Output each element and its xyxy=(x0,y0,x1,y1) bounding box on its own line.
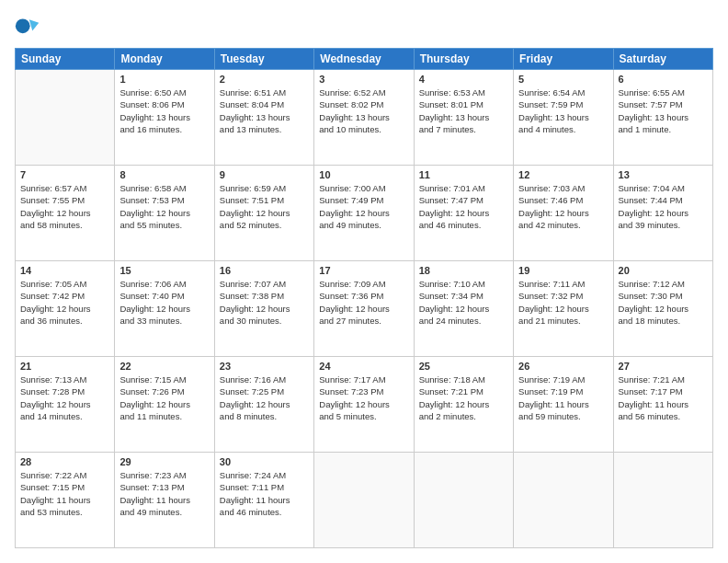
header xyxy=(15,15,713,40)
calendar-cell: 13Sunrise: 7:04 AM Sunset: 7:44 PM Dayli… xyxy=(613,166,712,261)
col-header-sunday: Sunday xyxy=(16,49,115,70)
calendar-cell: 19Sunrise: 7:11 AM Sunset: 7:32 PM Dayli… xyxy=(514,261,613,357)
calendar-cell: 12Sunrise: 7:03 AM Sunset: 7:46 PM Dayli… xyxy=(514,166,613,261)
day-number: 26 xyxy=(518,361,608,372)
day-info: Sunrise: 7:09 AM Sunset: 7:36 PM Dayligh… xyxy=(319,278,408,327)
calendar-cell: 22Sunrise: 7:15 AM Sunset: 7:26 PM Dayli… xyxy=(115,357,214,453)
calendar-cell: 30Sunrise: 7:24 AM Sunset: 7:11 PM Dayli… xyxy=(214,453,313,548)
day-info: Sunrise: 7:22 AM Sunset: 7:15 PM Dayligh… xyxy=(20,469,109,518)
day-number: 30 xyxy=(220,456,309,467)
day-number: 10 xyxy=(319,169,408,180)
day-info: Sunrise: 7:24 AM Sunset: 7:11 PM Dayligh… xyxy=(220,469,309,518)
calendar-cell: 3Sunrise: 6:52 AM Sunset: 8:02 PM Daylig… xyxy=(314,70,414,166)
day-number: 1 xyxy=(119,74,209,85)
col-header-thursday: Thursday xyxy=(414,49,513,70)
day-number: 8 xyxy=(119,169,209,180)
calendar-cell: 1Sunrise: 6:50 AM Sunset: 8:06 PM Daylig… xyxy=(115,70,214,166)
day-number: 18 xyxy=(419,265,508,276)
calendar-cell xyxy=(414,453,513,548)
day-info: Sunrise: 7:06 AM Sunset: 7:40 PM Dayligh… xyxy=(119,278,209,327)
calendar-table: SundayMondayTuesdayWednesdayThursdayFrid… xyxy=(15,48,713,548)
calendar-cell: 20Sunrise: 7:12 AM Sunset: 7:30 PM Dayli… xyxy=(613,261,712,357)
day-number: 20 xyxy=(619,265,708,276)
calendar-cell xyxy=(613,453,712,548)
logo-icon xyxy=(15,15,40,40)
day-info: Sunrise: 7:11 AM Sunset: 7:32 PM Dayligh… xyxy=(518,278,608,327)
day-info: Sunrise: 7:03 AM Sunset: 7:46 PM Dayligh… xyxy=(518,182,608,231)
svg-point-0 xyxy=(16,18,30,33)
calendar-cell xyxy=(16,70,115,166)
day-info: Sunrise: 6:58 AM Sunset: 7:53 PM Dayligh… xyxy=(119,182,209,231)
calendar-cell: 14Sunrise: 7:05 AM Sunset: 7:42 PM Dayli… xyxy=(16,261,115,357)
day-info: Sunrise: 7:10 AM Sunset: 7:34 PM Dayligh… xyxy=(419,278,508,327)
day-info: Sunrise: 7:21 AM Sunset: 7:17 PM Dayligh… xyxy=(619,373,708,422)
day-info: Sunrise: 7:16 AM Sunset: 7:25 PM Dayligh… xyxy=(220,373,309,422)
day-info: Sunrise: 6:50 AM Sunset: 8:06 PM Dayligh… xyxy=(119,86,209,135)
day-info: Sunrise: 7:01 AM Sunset: 7:47 PM Dayligh… xyxy=(419,182,508,231)
calendar-cell: 28Sunrise: 7:22 AM Sunset: 7:15 PM Dayli… xyxy=(16,453,115,548)
day-number: 21 xyxy=(20,361,109,372)
day-number: 5 xyxy=(518,74,608,85)
calendar-cell: 10Sunrise: 7:00 AM Sunset: 7:49 PM Dayli… xyxy=(314,166,414,261)
day-info: Sunrise: 7:15 AM Sunset: 7:26 PM Dayligh… xyxy=(119,373,209,422)
day-info: Sunrise: 6:53 AM Sunset: 8:01 PM Dayligh… xyxy=(419,86,508,135)
day-info: Sunrise: 7:04 AM Sunset: 7:44 PM Dayligh… xyxy=(619,182,708,231)
day-number: 19 xyxy=(518,265,608,276)
calendar-cell: 29Sunrise: 7:23 AM Sunset: 7:13 PM Dayli… xyxy=(115,453,214,548)
calendar-cell: 23Sunrise: 7:16 AM Sunset: 7:25 PM Dayli… xyxy=(214,357,313,453)
day-number: 14 xyxy=(20,265,109,276)
day-number: 16 xyxy=(220,265,309,276)
day-info: Sunrise: 7:07 AM Sunset: 7:38 PM Dayligh… xyxy=(220,278,309,327)
col-header-friday: Friday xyxy=(514,49,613,70)
day-info: Sunrise: 6:51 AM Sunset: 8:04 PM Dayligh… xyxy=(220,86,309,135)
day-number: 23 xyxy=(220,361,309,372)
day-number: 3 xyxy=(319,74,408,85)
calendar-cell: 25Sunrise: 7:18 AM Sunset: 7:21 PM Dayli… xyxy=(414,357,513,453)
day-info: Sunrise: 7:12 AM Sunset: 7:30 PM Dayligh… xyxy=(619,278,708,327)
calendar-cell xyxy=(514,453,613,548)
calendar-cell: 17Sunrise: 7:09 AM Sunset: 7:36 PM Dayli… xyxy=(314,261,414,357)
day-number: 4 xyxy=(419,74,508,85)
day-info: Sunrise: 7:17 AM Sunset: 7:23 PM Dayligh… xyxy=(319,373,408,422)
calendar-cell: 8Sunrise: 6:58 AM Sunset: 7:53 PM Daylig… xyxy=(115,166,214,261)
calendar-cell: 7Sunrise: 6:57 AM Sunset: 7:55 PM Daylig… xyxy=(16,166,115,261)
calendar-cell: 6Sunrise: 6:55 AM Sunset: 7:57 PM Daylig… xyxy=(613,70,712,166)
calendar-cell: 18Sunrise: 7:10 AM Sunset: 7:34 PM Dayli… xyxy=(414,261,513,357)
day-number: 17 xyxy=(319,265,408,276)
col-header-tuesday: Tuesday xyxy=(214,49,313,70)
calendar-cell xyxy=(314,453,414,548)
col-header-monday: Monday xyxy=(115,49,214,70)
day-info: Sunrise: 7:00 AM Sunset: 7:49 PM Dayligh… xyxy=(319,182,408,231)
day-number: 6 xyxy=(619,74,708,85)
day-info: Sunrise: 7:18 AM Sunset: 7:21 PM Dayligh… xyxy=(419,373,508,422)
day-info: Sunrise: 7:05 AM Sunset: 7:42 PM Dayligh… xyxy=(20,278,109,327)
calendar-cell: 5Sunrise: 6:54 AM Sunset: 7:59 PM Daylig… xyxy=(514,70,613,166)
day-number: 2 xyxy=(220,74,309,85)
day-number: 11 xyxy=(419,169,508,180)
calendar-cell: 16Sunrise: 7:07 AM Sunset: 7:38 PM Dayli… xyxy=(214,261,313,357)
day-number: 27 xyxy=(619,361,708,372)
calendar-cell: 27Sunrise: 7:21 AM Sunset: 7:17 PM Dayli… xyxy=(613,357,712,453)
logo xyxy=(15,15,44,40)
calendar-cell: 4Sunrise: 6:53 AM Sunset: 8:01 PM Daylig… xyxy=(414,70,513,166)
day-number: 28 xyxy=(20,456,109,467)
day-number: 25 xyxy=(419,361,508,372)
calendar-cell: 26Sunrise: 7:19 AM Sunset: 7:19 PM Dayli… xyxy=(514,357,613,453)
calendar-cell: 2Sunrise: 6:51 AM Sunset: 8:04 PM Daylig… xyxy=(214,70,313,166)
day-number: 9 xyxy=(220,169,309,180)
day-info: Sunrise: 7:23 AM Sunset: 7:13 PM Dayligh… xyxy=(119,469,209,518)
day-info: Sunrise: 6:52 AM Sunset: 8:02 PM Dayligh… xyxy=(319,86,408,135)
calendar-cell: 21Sunrise: 7:13 AM Sunset: 7:28 PM Dayli… xyxy=(16,357,115,453)
col-header-wednesday: Wednesday xyxy=(314,49,414,70)
day-number: 13 xyxy=(619,169,708,180)
day-number: 22 xyxy=(119,361,209,372)
day-info: Sunrise: 7:13 AM Sunset: 7:28 PM Dayligh… xyxy=(20,373,109,422)
day-number: 15 xyxy=(119,265,209,276)
day-info: Sunrise: 6:55 AM Sunset: 7:57 PM Dayligh… xyxy=(619,86,708,135)
day-number: 12 xyxy=(518,169,608,180)
day-number: 24 xyxy=(319,361,408,372)
calendar-cell: 15Sunrise: 7:06 AM Sunset: 7:40 PM Dayli… xyxy=(115,261,214,357)
calendar-cell: 11Sunrise: 7:01 AM Sunset: 7:47 PM Dayli… xyxy=(414,166,513,261)
page: SundayMondayTuesdayWednesdayThursdayFrid… xyxy=(0,0,728,563)
day-info: Sunrise: 6:59 AM Sunset: 7:51 PM Dayligh… xyxy=(220,182,309,231)
